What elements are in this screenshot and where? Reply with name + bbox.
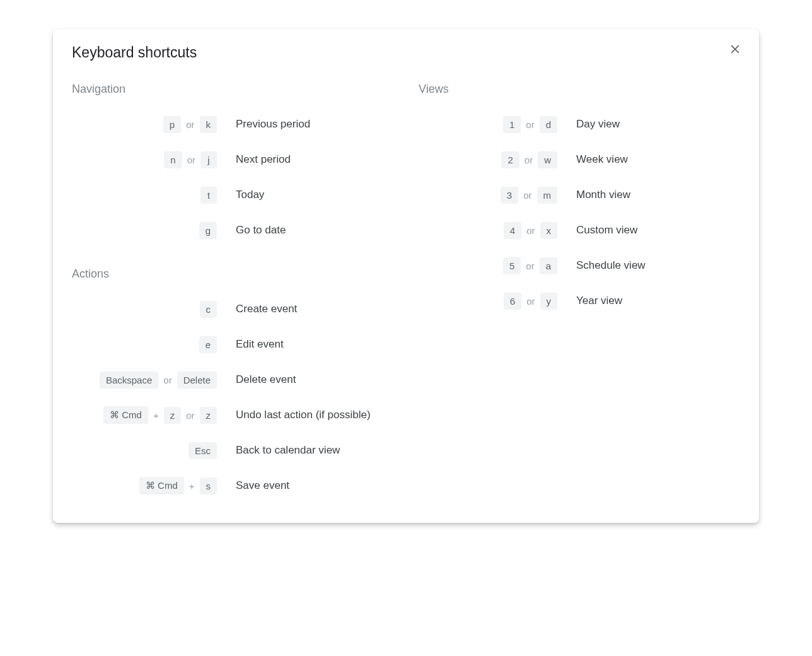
- shortcut-row: porkPrevious period: [72, 111, 393, 138]
- or-separator: or: [526, 119, 534, 130]
- close-button[interactable]: [725, 40, 745, 61]
- shortcut-row: eEdit event: [72, 331, 393, 358]
- shortcut-description: Week view: [557, 153, 740, 166]
- shortcut-row: cCreate event: [72, 296, 393, 322]
- actions-shortcut-list: cCreate eventeEdit eventBackspaceorDelet…: [72, 296, 393, 499]
- key: s: [200, 477, 218, 495]
- keys-cell: norj: [72, 151, 217, 168]
- shortcut-description: Year view: [557, 295, 740, 307]
- keys-cell: c: [72, 301, 217, 318]
- shortcut-description: Schedule view: [557, 259, 740, 272]
- plus-separator: +: [153, 410, 159, 421]
- key: p: [163, 116, 181, 133]
- keyboard-shortcuts-dialog: Keyboard shortcuts Navigation porkPrevio…: [53, 29, 759, 523]
- key: ⌘ Cmd: [103, 406, 148, 424]
- keys-cell: t: [72, 187, 217, 204]
- or-separator: or: [523, 190, 531, 201]
- shortcut-row: BackspaceorDeleteDelete event: [72, 366, 393, 393]
- keys-cell: Esc: [72, 442, 217, 459]
- shortcut-description: Custom view: [557, 224, 740, 237]
- or-separator: or: [187, 155, 195, 165]
- or-separator: or: [526, 225, 535, 236]
- keys-cell: 2orw: [419, 151, 557, 168]
- or-separator: or: [163, 375, 171, 385]
- close-icon: [729, 43, 741, 58]
- shortcut-description: Month view: [557, 189, 740, 201]
- shortcut-row: EscBack to calendar view: [72, 437, 393, 464]
- key: x: [540, 222, 558, 239]
- key: 4: [504, 222, 521, 239]
- keys-cell: pork: [72, 116, 217, 133]
- key: 5: [503, 257, 521, 274]
- key: Esc: [188, 442, 217, 459]
- shortcut-row: norjNext period: [72, 146, 393, 173]
- key: 1: [503, 116, 521, 133]
- key: 3: [501, 187, 518, 204]
- key: m: [537, 187, 558, 204]
- key: y: [540, 293, 558, 310]
- keys-cell: BackspaceorDelete: [72, 372, 217, 389]
- plus-separator: +: [189, 481, 195, 491]
- key: c: [200, 301, 218, 318]
- key: g: [199, 222, 217, 239]
- keys-cell: g: [72, 222, 217, 239]
- or-separator: or: [526, 261, 534, 271]
- dialog-title: Keyboard shortcuts: [72, 44, 740, 61]
- shortcut-description: Save event: [217, 479, 393, 492]
- key: 6: [504, 293, 521, 310]
- section-header-views: Views: [419, 83, 740, 96]
- or-separator: or: [526, 296, 535, 307]
- keys-cell: 1ord: [419, 116, 557, 133]
- key: z: [200, 407, 218, 424]
- shortcut-row: 4orxCustom view: [419, 217, 740, 243]
- shortcut-description: Back to calendar view: [217, 444, 393, 457]
- shortcut-description: Go to date: [217, 224, 393, 237]
- keys-cell: 4orx: [419, 222, 557, 239]
- shortcut-row: tToday: [72, 182, 393, 208]
- keys-cell: 3orm: [419, 187, 557, 204]
- views-shortcut-list: 1ordDay view2orwWeek view3ormMonth view4…: [419, 111, 740, 314]
- or-separator: or: [525, 155, 533, 165]
- shortcut-description: Next period: [217, 153, 393, 166]
- section-header-actions: Actions: [72, 267, 393, 281]
- key: 2: [501, 151, 519, 168]
- shortcut-row: 3ormMonth view: [419, 182, 740, 208]
- key: ⌘ Cmd: [139, 477, 184, 495]
- key: t: [200, 187, 217, 204]
- key: Delete: [177, 372, 217, 389]
- section-header-navigation: Navigation: [72, 83, 393, 96]
- key: k: [200, 116, 218, 133]
- navigation-shortcut-list: porkPrevious periodnorjNext periodtToday…: [72, 111, 393, 243]
- key: Backspace: [100, 372, 158, 389]
- or-separator: or: [186, 119, 194, 130]
- shortcut-description: Day view: [557, 118, 740, 131]
- key: d: [540, 116, 557, 133]
- shortcut-description: Create event: [217, 303, 393, 315]
- keys-cell: ⌘ Cmd+s: [72, 477, 217, 495]
- shortcut-description: Previous period: [217, 118, 393, 131]
- shortcut-row: 5oraSchedule view: [419, 252, 740, 279]
- key: w: [538, 151, 557, 168]
- key: j: [200, 151, 217, 168]
- shortcut-row: ⌘ Cmd+zorzUndo last action (if possible): [72, 402, 393, 428]
- key: z: [164, 407, 182, 424]
- shortcut-row: gGo to date: [72, 217, 393, 243]
- key: a: [540, 257, 557, 274]
- shortcut-description: Today: [217, 189, 393, 201]
- or-separator: or: [186, 410, 194, 421]
- shortcut-row: 6oryYear view: [419, 288, 740, 314]
- shortcut-row: 2orwWeek view: [419, 146, 740, 173]
- shortcut-row: ⌘ Cmd+sSave event: [72, 472, 393, 499]
- shortcut-description: Undo last action (if possible): [217, 409, 393, 421]
- keys-cell: 5ora: [419, 257, 557, 274]
- keys-cell: 6ory: [419, 293, 557, 310]
- key: e: [199, 336, 217, 353]
- shortcut-description: Delete event: [217, 373, 393, 386]
- shortcut-row: 1ordDay view: [419, 111, 740, 138]
- keys-cell: ⌘ Cmd+zorz: [72, 406, 217, 424]
- shortcut-description: Edit event: [217, 338, 393, 351]
- keys-cell: e: [72, 336, 217, 353]
- key: n: [164, 151, 182, 168]
